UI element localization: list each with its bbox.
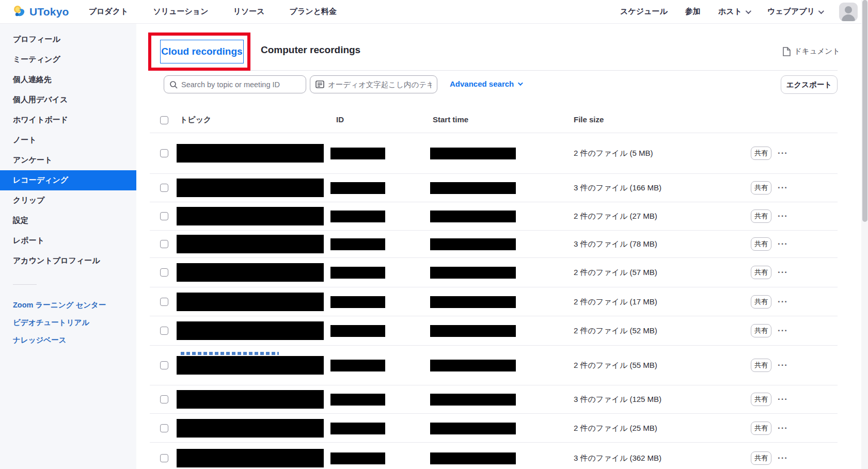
- more-options-button[interactable]: ···: [778, 267, 788, 278]
- more-options-button[interactable]: ···: [778, 453, 788, 463]
- redacted-id: [330, 211, 385, 222]
- table-row: 2 件のファイル (52 MB)共有···: [150, 316, 838, 346]
- redacted-topic: [177, 235, 324, 253]
- sidebar-item[interactable]: ノート: [0, 130, 136, 150]
- sidebar-item[interactable]: 個人用デバイス: [0, 90, 136, 110]
- more-options-button[interactable]: ···: [778, 423, 788, 433]
- more-options-button[interactable]: ···: [778, 394, 788, 405]
- redacted-start-time: [430, 182, 516, 194]
- share-button[interactable]: 共有: [751, 422, 771, 435]
- sidebar-help-link[interactable]: ビデオチュートリアル: [0, 314, 136, 331]
- redacted-id: [330, 182, 385, 194]
- table-row: 3 件のファイル (125 MB)共有···: [150, 385, 838, 414]
- recordings-table-body: 2 件のファイル (5 MB)共有···3 件のファイル (166 MB)共有·…: [150, 133, 838, 469]
- sidebar-item[interactable]: 設定: [0, 211, 136, 231]
- topnav-link[interactable]: ホスト: [718, 7, 750, 17]
- advanced-search-link[interactable]: Advanced search: [450, 79, 522, 88]
- topnav-link[interactable]: スケジュール: [620, 7, 668, 17]
- file-size-text: 2 件のファイル (52 MB): [574, 326, 657, 336]
- redacted-id: [330, 423, 385, 434]
- sidebar-item[interactable]: レポート: [0, 231, 136, 251]
- more-options-button[interactable]: ···: [778, 360, 788, 370]
- select-all-checkbox[interactable]: [160, 116, 168, 124]
- sidebar-item[interactable]: アンケート: [0, 150, 136, 170]
- redacted-topic: [177, 356, 324, 375]
- share-button[interactable]: 共有: [751, 295, 771, 309]
- topnav-link[interactable]: リソース: [233, 7, 265, 17]
- column-header-file-size: File size: [574, 115, 604, 124]
- row-checkbox[interactable]: [160, 395, 168, 403]
- top-nav: UTokyo プロダクトソリューションリソースプランと料金 スケジュール参加ホス…: [0, 0, 868, 24]
- tab-cloud-recordings[interactable]: Cloud recordings: [160, 40, 244, 63]
- more-options-button[interactable]: ···: [778, 183, 788, 193]
- sidebar: プロフィールミーティング個人連絡先個人用デバイスホワイトボードノートアンケートレ…: [0, 24, 136, 469]
- table-row: 3 件のファイル (78 MB)共有···: [150, 231, 838, 258]
- row-checkbox[interactable]: [160, 184, 168, 192]
- transcript-search-input[interactable]: [328, 80, 432, 89]
- row-checkbox[interactable]: [160, 361, 168, 369]
- file-size-text: 3 件のファイル (362 MB): [574, 453, 661, 463]
- sidebar-item[interactable]: アカウントプロフィール: [0, 251, 136, 271]
- export-button[interactable]: エクスポート: [781, 75, 838, 94]
- sidebar-nav-list: プロフィールミーティング個人連絡先個人用デバイスホワイトボードノートアンケートレ…: [0, 24, 136, 271]
- row-checkbox[interactable]: [160, 327, 168, 335]
- row-checkbox[interactable]: [160, 212, 168, 220]
- row-checkbox[interactable]: [160, 268, 168, 277]
- topnav-link[interactable]: ソリューション: [153, 7, 208, 17]
- share-button[interactable]: 共有: [751, 324, 771, 337]
- redacted-start-time: [430, 394, 516, 406]
- documentation-link[interactable]: ドキュメント: [783, 46, 840, 56]
- more-options-button[interactable]: ···: [778, 239, 788, 249]
- more-options-button[interactable]: ···: [778, 148, 788, 158]
- redacted-id: [330, 296, 385, 308]
- topnav-link[interactable]: プランと料金: [290, 7, 337, 17]
- tab-computer-recordings[interactable]: Computer recordings: [261, 44, 360, 56]
- share-button[interactable]: 共有: [751, 237, 771, 251]
- row-checkbox[interactable]: [160, 454, 168, 462]
- utokyo-logo-icon: [12, 5, 26, 19]
- row-checkbox[interactable]: [160, 149, 168, 157]
- sidebar-help-link[interactable]: ナレッジベース: [0, 331, 136, 349]
- table-row: 3 件のファイル (362 MB)共有···: [150, 443, 838, 469]
- share-button[interactable]: 共有: [751, 181, 771, 195]
- topnav-link[interactable]: 参加: [685, 7, 701, 17]
- share-button[interactable]: 共有: [751, 393, 771, 406]
- sidebar-item[interactable]: クリップ: [0, 190, 136, 211]
- redacted-start-time: [430, 238, 516, 250]
- scrollbar-thumb[interactable]: [862, 0, 867, 222]
- more-options-button[interactable]: ···: [778, 297, 788, 307]
- advanced-search-label: Advanced search: [450, 79, 514, 88]
- topic-search-input[interactable]: [181, 80, 301, 89]
- utokyo-logo[interactable]: UTokyo: [12, 5, 69, 19]
- share-button[interactable]: 共有: [751, 147, 771, 160]
- row-checkbox[interactable]: [160, 240, 168, 248]
- sidebar-item[interactable]: レコーディング: [0, 170, 136, 190]
- topnav-link[interactable]: ウェブアプリ: [767, 7, 823, 17]
- sidebar-item[interactable]: ミーティング: [0, 50, 136, 70]
- redacted-id: [330, 148, 385, 159]
- column-header-start-time: Start time: [433, 115, 468, 124]
- sidebar-help-link[interactable]: Zoom ラーニング センター: [0, 296, 136, 314]
- share-button[interactable]: 共有: [751, 266, 771, 279]
- share-button[interactable]: 共有: [751, 451, 771, 465]
- row-checkbox[interactable]: [160, 298, 168, 306]
- redacted-id: [330, 325, 385, 337]
- share-button[interactable]: 共有: [751, 209, 771, 223]
- file-size-text: 2 件のファイル (17 MB): [574, 297, 657, 306]
- redacted-start-time: [430, 211, 516, 222]
- sidebar-item[interactable]: ホワイトボード: [0, 110, 136, 130]
- document-icon: [783, 47, 791, 56]
- redacted-id: [330, 267, 385, 279]
- file-size-text: 3 件のファイル (78 MB): [574, 239, 657, 249]
- sidebar-item[interactable]: 個人連絡先: [0, 70, 136, 90]
- user-avatar[interactable]: [839, 3, 858, 21]
- topnav-link[interactable]: プロダクト: [89, 7, 129, 17]
- table-row: 2 件のファイル (55 MB)共有···: [150, 346, 838, 385]
- more-options-button[interactable]: ···: [778, 211, 788, 221]
- sidebar-item[interactable]: プロフィール: [0, 29, 136, 50]
- topnav-left: プロダクトソリューションリソースプランと料金: [89, 7, 337, 17]
- share-button[interactable]: 共有: [751, 359, 771, 372]
- more-options-button[interactable]: ···: [778, 326, 788, 336]
- row-checkbox[interactable]: [160, 424, 168, 432]
- redacted-topic: [177, 449, 324, 467]
